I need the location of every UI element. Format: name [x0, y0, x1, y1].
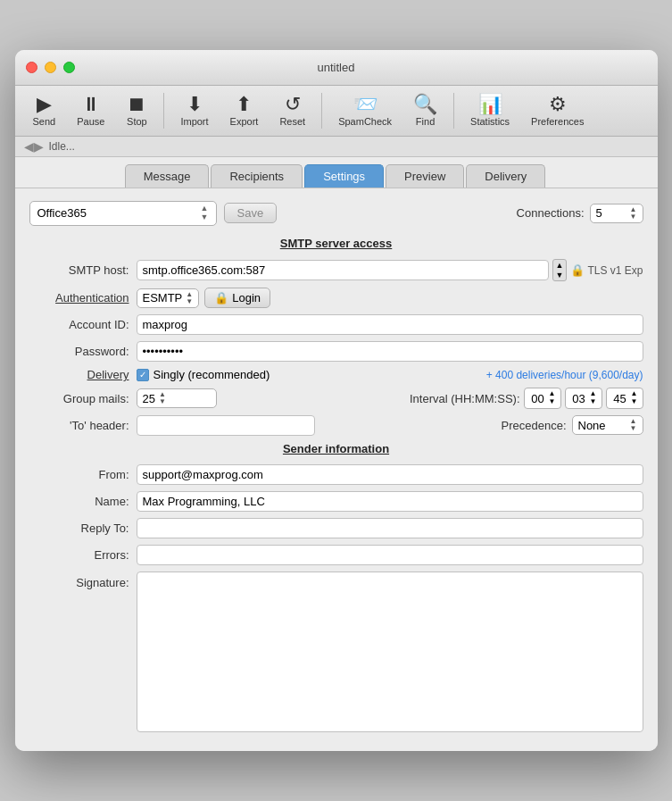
signature-label: Signature: [29, 572, 137, 589]
smtp-host-label: SMTP host: [29, 263, 137, 277]
smtp-section-header: SMTP server access [29, 237, 643, 250]
connections-input[interactable]: 5 ▲ ▼ [590, 204, 643, 223]
password-label: Password: [29, 345, 137, 358]
tab-preview[interactable]: Preview [386, 164, 464, 188]
auth-type-value: ESMTP [143, 291, 183, 305]
lock-icon: 🔒 [570, 263, 585, 277]
tab-message[interactable]: Message [125, 164, 210, 188]
name-input[interactable] [137, 491, 643, 512]
pause-icon: ⏸ [81, 95, 101, 114]
mm-down-icon: ▼ [590, 398, 597, 406]
main-window: untitled ▶ Send ⏸ Pause ⏹ Stop ⬇ Import … [15, 50, 658, 751]
connections-label: Connections: [517, 206, 585, 220]
auth-controls: ESMTP ▲ ▼ 🔒 Login [137, 288, 271, 308]
group-down-icon: ▼ [159, 398, 166, 405]
import-button[interactable]: ⬇ Import [171, 91, 217, 130]
minimize-button[interactable] [45, 62, 56, 73]
smtp-host-input[interactable] [137, 260, 549, 280]
toolbar-sep-2 [321, 93, 322, 129]
export-label: Export [230, 116, 259, 127]
status-text: Idle... [49, 140, 75, 153]
account-id-label: Account ID: [29, 318, 137, 331]
reply-to-input[interactable] [137, 518, 643, 538]
titlebar: untitled [15, 50, 658, 86]
interval-row: Interval (HH:MM:SS): 00 ▲ ▼ 03 ▲ ▼ [410, 388, 643, 409]
import-icon: ⬇ [187, 95, 203, 114]
interval-mm-stepper[interactable]: ▲ ▼ [590, 390, 597, 406]
auth-type-dropdown[interactable]: ESMTP ▲ ▼ [137, 288, 200, 308]
precedence-stepper[interactable]: ▲ ▼ [630, 418, 637, 432]
tab-recipients[interactable]: Recipients [211, 164, 303, 188]
spamcheck-label: SpamCheck [338, 116, 392, 127]
interval-mm-input[interactable]: 03 ▲ ▼ [565, 388, 602, 409]
spamcheck-icon: 📨 [353, 95, 377, 114]
preferences-button[interactable]: ⚙ Preferences [522, 91, 593, 130]
from-input[interactable] [137, 464, 643, 485]
interval-hh-stepper[interactable]: ▲ ▼ [549, 390, 556, 406]
account-id-row: Account ID: [29, 314, 643, 335]
to-header-input[interactable] [137, 415, 315, 436]
to-header-label: 'To' header: [29, 419, 137, 432]
connections-down-icon: ▼ [630, 213, 637, 221]
account-id-input[interactable] [137, 314, 643, 335]
export-icon: ⬆ [236, 95, 252, 114]
account-stepper[interactable]: ▲ ▼ [201, 204, 209, 222]
group-mails-stepper[interactable]: ▲ ▼ [159, 391, 166, 405]
interval-ss-input[interactable]: 45 ▲ ▼ [606, 388, 643, 409]
reset-button[interactable]: ↺ Reset [270, 91, 314, 130]
pause-label: Pause [77, 116, 104, 127]
status-arrow-icon: ◀▶ [24, 139, 44, 154]
pause-button[interactable]: ⏸ Pause [68, 91, 113, 130]
errors-label: Errors: [29, 548, 137, 562]
find-label: Find [416, 116, 435, 127]
save-button[interactable]: Save [224, 203, 278, 223]
account-dropdown[interactable]: Office365 ▲ ▼ [29, 201, 217, 226]
send-icon: ▶ [37, 95, 52, 114]
login-button[interactable]: 🔒 Login [204, 288, 270, 308]
account-name: Office365 [37, 206, 201, 220]
smtp-host-row: SMTP host: ▲ ▼ 🔒 TLS v1 Exp [29, 259, 643, 282]
spamcheck-button[interactable]: 📨 SpamCheck [329, 91, 401, 130]
tab-settings[interactable]: Settings [304, 164, 384, 188]
singly-option[interactable]: ✓ Singly (recommended) [137, 368, 270, 381]
preferences-label: Preferences [531, 116, 584, 127]
interval-hh-input[interactable]: 00 ▲ ▼ [524, 388, 561, 409]
statistics-button[interactable]: 📊 Statistics [461, 91, 519, 130]
ss-down-icon: ▼ [631, 398, 638, 406]
tabs-bar: Message Recipients Settings Preview Deli… [15, 157, 658, 188]
send-button[interactable]: ▶ Send [24, 91, 65, 130]
authentication-label: Authentication [29, 291, 137, 305]
status-bar: ◀▶ Idle... [15, 137, 658, 157]
top-row: Office365 ▲ ▼ Save Connections: 5 ▲ ▼ [29, 201, 643, 226]
group-mails-dropdown[interactable]: 25 ▲ ▼ [137, 388, 217, 408]
stop-button[interactable]: ⏹ Stop [117, 91, 156, 130]
reply-to-row: Reply To: [29, 518, 643, 538]
auth-type-stepper[interactable]: ▲ ▼ [186, 291, 193, 305]
maximize-button[interactable] [63, 62, 75, 73]
smtp-host-stepper[interactable]: ▲ ▼ [552, 259, 568, 282]
interval-ss-stepper[interactable]: ▲ ▼ [631, 390, 638, 406]
precedence-dropdown[interactable]: None ▲ ▼ [572, 415, 643, 435]
host-input-row: ▲ ▼ 🔒 TLS v1 Exp [137, 259, 643, 282]
name-label: Name: [29, 495, 137, 508]
export-button[interactable]: ⬆ Export [221, 91, 268, 130]
errors-input[interactable] [137, 545, 643, 565]
connections-value: 5 [596, 206, 626, 220]
traffic-lights [26, 62, 75, 73]
from-row: From: [29, 464, 643, 485]
precedence-label: Precedence: [502, 419, 567, 432]
find-button[interactable]: 🔍 Find [404, 91, 446, 130]
tls-label: TLS v1 Exp [587, 264, 643, 277]
precedence-row: Precedence: None ▲ ▼ [502, 415, 643, 435]
to-header-prec-row: 'To' header: Precedence: None ▲ ▼ [29, 415, 643, 436]
statistics-icon: 📊 [478, 95, 502, 114]
import-label: Import [180, 116, 208, 127]
settings-content: Office365 ▲ ▼ Save Connections: 5 ▲ ▼ [15, 188, 658, 751]
signature-textarea[interactable] [137, 572, 643, 732]
close-button[interactable] [26, 62, 37, 73]
connections-stepper[interactable]: ▲ ▼ [630, 206, 637, 221]
password-input[interactable] [137, 341, 643, 362]
login-lock-icon: 🔒 [214, 291, 228, 305]
singly-checkbox[interactable]: ✓ [137, 369, 149, 381]
tab-delivery[interactable]: Delivery [466, 164, 545, 188]
